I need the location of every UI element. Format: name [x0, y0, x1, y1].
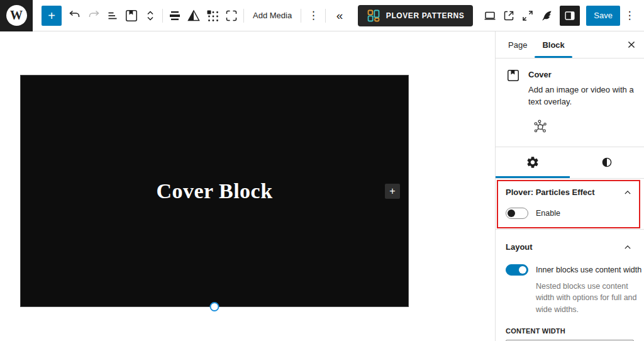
duotone-filter-button[interactable] — [184, 4, 203, 27]
editor-topbar: W + — [0, 0, 644, 31]
toolbar-separator — [243, 9, 244, 23]
toggle-thumb — [519, 266, 526, 274]
styles-half-circle-icon — [600, 155, 614, 169]
editor-options-button[interactable]: ⋮ — [620, 4, 639, 27]
cover-block-icon — [124, 8, 139, 23]
toolbar-separator — [162, 9, 163, 23]
sidebar-tabs: Page Block — [496, 31, 644, 59]
chevron-double-left-icon: « — [336, 9, 343, 23]
undo-button[interactable] — [65, 4, 84, 27]
view-page-button[interactable] — [499, 4, 518, 27]
close-sidebar-button[interactable] — [619, 31, 644, 58]
cover-resize-handle[interactable] — [210, 302, 219, 311]
kebab-menu-icon: ⋮ — [308, 9, 319, 22]
content-position-button[interactable] — [203, 4, 222, 27]
inner-blocks-width-label: Inner blocks use content width — [536, 266, 641, 274]
toolbar-separator — [301, 9, 301, 23]
redo-button[interactable] — [84, 4, 103, 27]
content-width-label: CONTENT WIDTH — [506, 327, 634, 335]
full-height-toggle-button[interactable] — [222, 4, 241, 27]
plover-panel-title: Plover: Particles Effect — [506, 187, 595, 197]
plover-plugin-button[interactable] — [537, 4, 556, 27]
list-view-icon — [105, 8, 120, 23]
gear-icon — [526, 155, 540, 169]
zoom-out-button[interactable] — [518, 4, 537, 27]
content-position-grid-icon — [205, 8, 220, 23]
cover-add-block-button[interactable]: + — [385, 184, 400, 199]
cover-block[interactable]: Cover Block + — [20, 75, 409, 307]
layout-panel-header[interactable]: Layout — [506, 241, 634, 254]
laptop-icon — [482, 8, 497, 23]
block-mover-buttons[interactable] — [141, 4, 160, 27]
collapse-toolbar-button[interactable]: « — [328, 4, 351, 27]
kebab-menu-icon: ⋮ — [625, 9, 635, 22]
plover-panel-header[interactable]: Plover: Particles Effect — [506, 186, 634, 199]
settings-sidebar: Page Block Cov — [495, 31, 644, 341]
full-height-icon — [224, 8, 239, 23]
plus-icon: + — [48, 9, 55, 22]
cover-block-icon — [506, 68, 521, 108]
save-button[interactable]: Save — [586, 6, 620, 26]
tab-settings[interactable] — [496, 147, 570, 178]
preview-button[interactable] — [480, 4, 499, 27]
plover-bird-icon — [539, 8, 554, 23]
layout-panel-title: Layout — [506, 242, 533, 252]
tab-styles[interactable] — [570, 147, 644, 178]
expand-icon — [520, 8, 535, 23]
block-options-button[interactable]: ⋮ — [304, 4, 323, 27]
editor-main: Cover Block + Page Block — [0, 31, 644, 341]
toggle-thumb — [508, 210, 515, 217]
block-card: Cover Add an image or video with a text … — [496, 59, 644, 147]
plover-patterns-button[interactable]: PLOVER PATTERNS — [358, 5, 474, 26]
wordpress-logo-icon: W — [6, 5, 27, 26]
settings-style-tabs — [496, 147, 644, 179]
layout-description: Nested blocks use content width with opt… — [536, 281, 638, 316]
block-inserter-button[interactable]: + — [42, 6, 62, 26]
block-card-title: Cover — [528, 67, 636, 79]
wordpress-block-editor: W + — [0, 0, 644, 341]
add-media-button[interactable]: Add Media — [247, 4, 298, 27]
plover-patterns-label: PLOVER PATTERNS — [386, 11, 465, 20]
change-alignment-button[interactable] — [165, 4, 184, 27]
editor-canvas: Cover Block + — [0, 31, 495, 341]
undo-icon — [67, 8, 82, 23]
chevron-up-icon — [621, 241, 634, 254]
chevron-up-icon — [621, 186, 634, 199]
plover-particles-panel: Plover: Particles Effect Enable — [496, 179, 644, 230]
cover-title-text[interactable]: Cover Block — [156, 179, 272, 203]
block-card-description: Add an image or video with a text overla… — [528, 84, 636, 108]
toolbar-separator — [325, 9, 326, 23]
cover-block-type-button[interactable] — [122, 4, 141, 27]
layout-panel: Layout Inner blocks use content width Ne… — [496, 230, 644, 341]
tab-block[interactable]: Block — [535, 31, 572, 58]
external-link-icon — [501, 8, 516, 23]
duotone-triangle-icon — [186, 8, 201, 23]
alignment-icon — [167, 8, 182, 23]
block-variations-button[interactable] — [532, 118, 548, 137]
settings-sidebar-toggle-button[interactable] — [560, 6, 580, 26]
document-overview-button[interactable] — [103, 4, 122, 27]
plus-icon: + — [389, 186, 395, 197]
sidebar-panel-icon — [563, 9, 577, 23]
inner-blocks-width-toggle[interactable] — [506, 264, 528, 276]
redo-icon — [86, 8, 101, 23]
particles-molecule-icon — [532, 118, 548, 135]
particles-enable-toggle[interactable] — [506, 208, 528, 219]
close-icon — [625, 38, 638, 52]
particles-enable-label: Enable — [536, 209, 560, 218]
plover-patterns-logo-icon — [367, 9, 380, 23]
move-up-down-icon — [143, 8, 158, 23]
tab-page[interactable]: Page — [501, 31, 535, 58]
wordpress-admin-button[interactable]: W — [0, 0, 33, 31]
